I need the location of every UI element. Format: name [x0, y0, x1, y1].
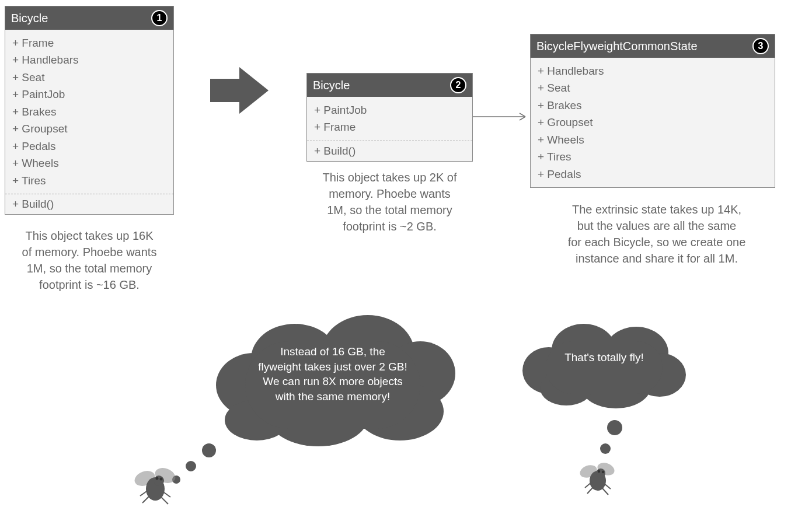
svg-line-10	[161, 497, 168, 504]
class-method: + Build()	[307, 141, 472, 161]
thought-dot	[600, 443, 611, 454]
field: + PaintJob	[12, 86, 166, 103]
class-header: Bicycle 1	[5, 6, 173, 30]
thought-text-2: That's totally fly!	[549, 350, 660, 365]
thought-bubble-1: Instead of 16 GB, the flyweight takes ju…	[193, 312, 461, 452]
thought-text-1: Instead of 16 GB, the flyweight takes ju…	[234, 344, 432, 404]
field: + Frame	[12, 34, 166, 51]
association-arrow-icon	[473, 111, 531, 125]
field: + Seat	[538, 79, 768, 96]
caption-3: The extrinsic state takes up 14K, but th…	[549, 201, 765, 267]
thought-dot	[202, 443, 216, 457]
field: + Pedals	[12, 138, 166, 155]
field: + Tires	[538, 148, 768, 165]
field: + Handlebars	[12, 51, 166, 68]
svg-point-4	[154, 475, 164, 486]
big-arrow-icon	[210, 67, 269, 116]
svg-point-16	[602, 471, 604, 473]
class-fields: + Handlebars + Seat + Brakes + Groupset …	[531, 58, 775, 187]
field: + Wheels	[12, 155, 166, 172]
svg-point-6	[160, 478, 163, 481]
svg-line-20	[602, 488, 608, 495]
field: + Groupset	[538, 114, 768, 131]
field: + Pedals	[538, 166, 768, 183]
thought-dot	[186, 461, 196, 471]
field: + Seat	[12, 69, 166, 86]
class-header: Bicycle 2	[307, 74, 472, 97]
class-fields: + PaintJob + Frame	[307, 97, 472, 141]
svg-point-5	[156, 477, 159, 480]
thought-dot	[607, 420, 622, 435]
field: + Handlebars	[538, 62, 768, 79]
svg-line-8	[142, 496, 149, 503]
class-box-flyweight-state: BicycleFlyweightCommonState 3 + Handleba…	[530, 34, 775, 188]
field: + Wheels	[538, 131, 768, 148]
class-title: BicycleFlyweightCommonState	[536, 40, 698, 53]
caption-1: This object takes up 16K of memory. Phoe…	[5, 228, 174, 293]
field: + Tires	[12, 172, 166, 189]
badge-1: 1	[151, 10, 168, 26]
class-method: + Build()	[5, 194, 173, 214]
field: + PaintJob	[314, 102, 465, 118]
class-box-bicycle-light: Bicycle 2 + PaintJob + Frame + Build()	[306, 73, 473, 162]
svg-point-15	[598, 470, 600, 473]
class-title: Bicycle	[11, 12, 48, 25]
class-title: Bicycle	[313, 79, 350, 92]
svg-line-18	[587, 487, 593, 494]
fly-icon	[133, 467, 180, 510]
badge-3: 3	[752, 38, 769, 54]
caption-2: This object takes up 2K of memory. Phoeb…	[306, 169, 473, 235]
class-box-bicycle-full: Bicycle 1 + Frame + Handlebars + Seat + …	[5, 6, 174, 215]
thought-bubble-2: That's totally fly!	[517, 318, 692, 411]
svg-point-14	[596, 468, 605, 478]
fly-icon	[578, 461, 619, 501]
field: + Groupset	[12, 120, 166, 137]
field: + Frame	[314, 118, 465, 135]
field: + Brakes	[12, 103, 166, 120]
class-header: BicycleFlyweightCommonState 3	[531, 34, 775, 58]
badge-2: 2	[450, 77, 466, 93]
field: + Brakes	[538, 97, 768, 114]
class-fields: + Frame + Handlebars + Seat + PaintJob +…	[5, 30, 173, 194]
